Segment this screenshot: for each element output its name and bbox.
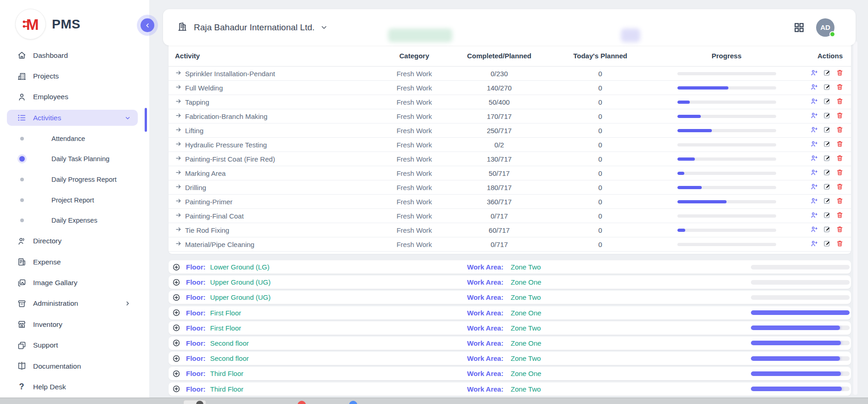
delete-icon — [836, 183, 844, 192]
progress-bar — [677, 86, 776, 90]
progress-bar — [677, 172, 776, 175]
sidebar-subitem-daily-expenses[interactable]: Daily Expenses — [0, 210, 149, 231]
add-user-button[interactable] — [810, 154, 818, 163]
taskbar-icon[interactable] — [349, 401, 357, 404]
delete-button[interactable] — [836, 240, 844, 249]
add-user-button[interactable] — [810, 69, 818, 78]
plus-circle-button[interactable] — [172, 385, 180, 393]
sidebar-item-directory[interactable]: Directory — [0, 231, 149, 252]
plus-circle-button[interactable] — [172, 354, 180, 363]
edit-button[interactable] — [823, 112, 831, 121]
add-user-button[interactable] — [810, 168, 818, 178]
edit-button[interactable] — [823, 168, 831, 178]
floor-progress-bar — [751, 371, 850, 376]
plus-circle-button[interactable] — [172, 263, 180, 271]
edit-button[interactable] — [823, 225, 831, 235]
sidebar-item-support[interactable]: Support — [0, 335, 149, 355]
delete-icon — [836, 211, 844, 220]
sidebar-item-dashboard[interactable]: Dashboard — [0, 45, 149, 66]
online-status-dot — [829, 31, 835, 37]
taskbar-icon[interactable] — [298, 401, 306, 404]
edit-button[interactable] — [823, 197, 831, 206]
completed-planned: 0/717 — [453, 212, 545, 220]
company-selector[interactable]: Raja Bahadur International Ltd. — [177, 21, 328, 34]
add-user-button[interactable] — [810, 197, 818, 206]
avatar[interactable]: AD — [816, 18, 834, 37]
delete-button[interactable] — [836, 183, 844, 192]
completed-planned: 0/2 — [453, 141, 545, 149]
plus-circle-button[interactable] — [172, 309, 180, 317]
completed-planned: 50/717 — [453, 169, 545, 177]
add-user-button[interactable] — [810, 97, 818, 107]
sidebar-item-label: Documentation — [33, 362, 81, 370]
edit-button[interactable] — [823, 211, 831, 220]
add-user-icon — [810, 154, 818, 163]
sidebar-scrollbar-thumb[interactable] — [145, 108, 147, 132]
activities-table: ActivityCategoryCompleted/PlannedToday's… — [169, 39, 851, 254]
content-scrollbar-track[interactable] — [853, 41, 857, 395]
delete-button[interactable] — [836, 83, 844, 92]
delete-button[interactable] — [836, 225, 844, 235]
edit-button[interactable] — [823, 140, 831, 149]
sidebar-item-inventory[interactable]: Inventory — [0, 314, 149, 335]
sidebar-subitem-project-report[interactable]: Project Report — [0, 190, 149, 210]
edit-button[interactable] — [823, 126, 831, 135]
plus-circle-button[interactable] — [172, 339, 180, 347]
add-user-button[interactable] — [810, 211, 818, 220]
delete-button[interactable] — [836, 197, 844, 206]
arrow-right-icon — [175, 155, 182, 163]
apps-grid-button[interactable] — [793, 22, 805, 34]
column-header-today-s-planned: Today's Planned — [545, 52, 655, 60]
delete-button[interactable] — [836, 211, 844, 220]
add-user-button[interactable] — [810, 240, 818, 249]
receipt-icon — [17, 257, 27, 267]
plus-circle-button[interactable] — [172, 370, 180, 378]
sidebar-item-administration[interactable]: Administration — [0, 293, 149, 314]
add-user-button[interactable] — [810, 112, 818, 121]
floor-progress-bar — [751, 387, 850, 391]
delete-button[interactable] — [836, 126, 844, 135]
add-user-button[interactable] — [810, 140, 818, 149]
sidebar-item-image-gallary[interactable]: Image Gallary — [0, 272, 149, 293]
edit-button[interactable] — [823, 83, 831, 92]
delete-button[interactable] — [836, 154, 844, 163]
activity-name: Tie Rod Fixing — [185, 226, 229, 234]
activity-category: Fresh Work — [375, 70, 453, 78]
edit-button[interactable] — [823, 69, 831, 78]
sidebar-subitem-daily-progress-report[interactable]: Daily Progress Report — [0, 169, 149, 190]
sidebar-subitem-attendance[interactable]: Attendance — [0, 129, 149, 149]
completed-planned: 180/717 — [453, 184, 545, 191]
sidebar-item-projects[interactable]: Projects — [0, 66, 149, 86]
sidebar-item-employees[interactable]: Employees — [0, 87, 149, 107]
sidebar-item-expense[interactable]: Expense — [0, 252, 149, 272]
sidebar-item-help-desk[interactable]: ?Help Desk — [0, 376, 149, 397]
delete-button[interactable] — [836, 69, 844, 78]
plus-circle-button[interactable] — [172, 278, 180, 286]
sidebar-item-activities[interactable]: Activities — [0, 107, 149, 128]
add-user-button[interactable] — [810, 225, 818, 235]
sidebar-item-documentation[interactable]: Documentation — [0, 356, 149, 376]
sidebar-subitem-label: Daily Expenses — [51, 217, 97, 224]
edit-button[interactable] — [823, 183, 831, 192]
edit-button[interactable] — [823, 154, 831, 163]
add-user-button[interactable] — [810, 126, 818, 135]
delete-button[interactable] — [836, 140, 844, 149]
edit-button[interactable] — [823, 97, 831, 107]
delete-button[interactable] — [836, 112, 844, 121]
add-user-button[interactable] — [810, 183, 818, 192]
sidebar-item-label: Administration — [33, 299, 78, 308]
floor-label: Floor: — [186, 324, 206, 332]
delete-button[interactable] — [836, 97, 844, 107]
sidebar-collapse-button[interactable] — [141, 18, 154, 32]
progress-bar — [677, 143, 776, 146]
plus-circle-button[interactable] — [172, 324, 180, 332]
floor-row: Floor:Second floorWork Area:Zone One — [169, 337, 851, 350]
add-user-button[interactable] — [810, 83, 818, 92]
sidebar-subitem-daily-task-planning[interactable]: Daily Task Planning — [0, 149, 149, 169]
todays-planned: 0 — [545, 169, 655, 177]
plus-circle-button[interactable] — [172, 293, 180, 302]
add-user-icon — [810, 140, 818, 149]
delete-button[interactable] — [836, 168, 844, 178]
edit-button[interactable] — [823, 240, 831, 249]
floor-progress-bar — [751, 280, 850, 285]
